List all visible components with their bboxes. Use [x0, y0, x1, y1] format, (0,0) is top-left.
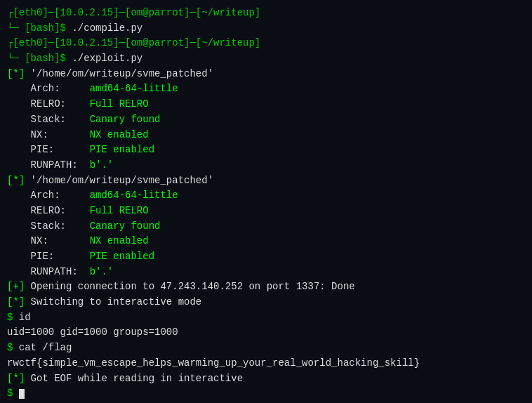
terminal-text: Full RELRO — [90, 98, 149, 110]
terminal-text: Switching to interactive mode — [31, 296, 202, 308]
terminal-line: └─ [bash]$ ./compile.py — [7, 21, 525, 37]
terminal-text: PIE enabled — [90, 251, 154, 262]
terminal-text: NX enabled — [90, 235, 149, 246]
terminal-text: ./compile.py — [72, 22, 142, 34]
terminal-cursor — [19, 389, 25, 399]
terminal-text: [+] — [7, 281, 31, 292]
terminal-text: Opening connection to 47.243.140.252 on … — [31, 281, 355, 292]
terminal-text: id — [19, 312, 31, 323]
terminal-line: $ id — [7, 310, 525, 326]
terminal-text: PIE enabled — [90, 144, 154, 155]
terminal-text: b'.' — [90, 159, 114, 171]
terminal-text: RELRO: — [7, 98, 90, 110]
terminal-line: rwctf{simple_vm_escape_helps_warming_up_… — [7, 356, 525, 371]
terminal-text: [*] — [7, 373, 31, 384]
terminal-text: amd64-64-little — [90, 190, 178, 201]
terminal-text: rwctf{simple_vm_escape_helps_warming_up_… — [7, 357, 420, 369]
terminal-text: Arch: — [7, 83, 90, 94]
terminal-text: ┌[eth0]─[10.0.2.15]─[om@parrot]─[~/write… — [7, 37, 260, 48]
terminal-text: cat /flag — [19, 342, 72, 353]
terminal-text: [*] — [7, 296, 31, 308]
terminal-text: Got EOF while reading in interactive — [31, 373, 243, 384]
terminal-line: [*] Got EOF while reading in interactive — [7, 371, 525, 387]
terminal-text: └─ — [7, 22, 19, 34]
terminal-line: RUNPATH: b'.' — [7, 265, 525, 280]
terminal-text: [bash]$ — [19, 22, 72, 34]
terminal-text: ./exploit.py — [72, 53, 142, 64]
terminal-line: NX: NX enabled — [7, 234, 525, 249]
terminal-text: RUNPATH: — [7, 159, 90, 171]
terminal-line: PIE: PIE enabled — [7, 249, 525, 265]
terminal-text: $ — [7, 312, 19, 323]
terminal-line: RELRO: Full RELRO — [7, 204, 525, 219]
terminal-text: NX: — [7, 129, 90, 140]
terminal-text: $ — [7, 388, 19, 399]
terminal-line: └─ [bash]$ ./exploit.py — [7, 51, 525, 67]
terminal-line: RUNPATH: b'.' — [7, 158, 525, 173]
terminal-line: ┌[eth0]─[10.0.2.15]─[om@parrot]─[~/write… — [7, 6, 525, 21]
terminal-text: '/home/om/writeup/svme_patched' — [31, 175, 213, 186]
terminal-line: Arch: amd64-64-little — [7, 81, 525, 97]
terminal-text: └─ — [7, 53, 19, 64]
terminal-text: Canary found — [90, 114, 161, 125]
terminal-line: $ cat /flag — [7, 341, 525, 356]
terminal-text: $ — [7, 342, 19, 353]
terminal-line: [*] '/home/om/writeup/svme_patched' — [7, 67, 525, 82]
terminal-text: Arch: — [7, 190, 90, 201]
terminal-line: Stack: Canary found — [7, 219, 525, 234]
terminal-text: b'.' — [90, 266, 114, 277]
terminal-line: Stack: Canary found — [7, 112, 525, 128]
terminal-text: NX enabled — [90, 129, 149, 140]
terminal-output: ┌[eth0]─[10.0.2.15]─[om@parrot]─[~/write… — [7, 6, 525, 402]
terminal-text: NX: — [7, 235, 90, 246]
terminal-text: amd64-64-little — [90, 83, 178, 94]
terminal-window[interactable]: ┌[eth0]─[10.0.2.15]─[om@parrot]─[~/write… — [0, 0, 532, 403]
terminal-line: [*] Switching to interactive mode — [7, 295, 525, 310]
terminal-line: NX: NX enabled — [7, 128, 525, 143]
terminal-text: [bash]$ — [19, 53, 72, 64]
terminal-text: uid=1000 gid=1000 groups=1000 — [7, 326, 178, 338]
terminal-line: RELRO: Full RELRO — [7, 97, 525, 112]
terminal-text: Full RELRO — [90, 205, 149, 216]
terminal-line: ┌[eth0]─[10.0.2.15]─[om@parrot]─[~/write… — [7, 36, 525, 51]
terminal-line: Arch: amd64-64-little — [7, 188, 525, 204]
terminal-line: uid=1000 gid=1000 groups=1000 — [7, 325, 525, 341]
terminal-line: [+] Opening connection to 47.243.140.252… — [7, 279, 525, 295]
terminal-text: [*] — [7, 68, 31, 79]
terminal-line: PIE: PIE enabled — [7, 143, 525, 158]
terminal-line: [*] '/home/om/writeup/svme_patched' — [7, 173, 525, 189]
terminal-text: PIE: — [7, 251, 90, 262]
terminal-text: Stack: — [7, 114, 90, 125]
terminal-text: PIE: — [7, 144, 90, 155]
terminal-text: Stack: — [7, 220, 90, 232]
terminal-text: RELRO: — [7, 205, 90, 216]
terminal-text: [*] — [7, 175, 31, 186]
terminal-text: Canary found — [90, 220, 161, 232]
terminal-text: RUNPATH: — [7, 266, 90, 277]
terminal-line: $ — [7, 386, 525, 402]
terminal-text: '/home/om/writeup/svme_patched' — [31, 68, 213, 79]
terminal-text: ┌[eth0]─[10.0.2.15]─[om@parrot]─[~/write… — [7, 7, 260, 18]
